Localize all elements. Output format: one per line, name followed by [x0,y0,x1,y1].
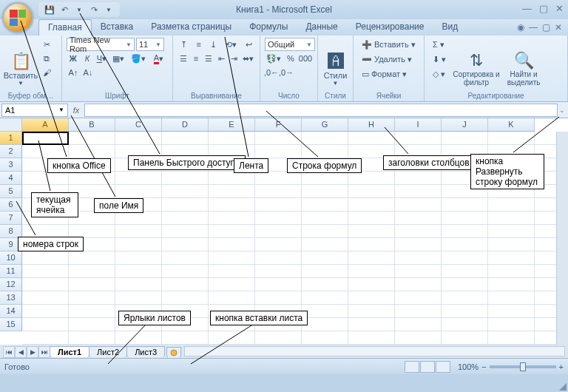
view-normal-button[interactable] [405,361,419,373]
format-cells-button[interactable]: ▭ Формат ▾ [358,67,419,81]
tab-insert[interactable]: Вставка [92,19,143,36]
sheet-tab-1[interactable]: Лист1 [50,346,89,357]
align-top-button[interactable]: ⤒ [178,38,191,51]
styles-button[interactable]: 🅰 Стили ▼ [322,38,348,100]
fill-color-button[interactable]: 🪣▾ [129,52,148,65]
vertical-scrollbar[interactable] [556,132,568,345]
grow-font-button[interactable]: A↑ [67,66,80,79]
cut-button[interactable]: ✂ [40,38,53,51]
tab-view[interactable]: Вид [433,19,467,36]
row-header-12[interactable]: 12 [0,278,22,291]
view-layout-button[interactable] [420,361,435,373]
save-button[interactable]: 💾 [43,4,56,16]
row-header-10[interactable]: 10 [0,251,22,265]
qat-customize[interactable]: ▼ [102,4,115,16]
formula-bar[interactable] [84,104,558,117]
view-pagebreak-button[interactable] [436,361,450,373]
clear-button[interactable]: ◇ ▾ [429,67,450,81]
indent-dec-button[interactable]: ⇤ [216,52,227,65]
name-box[interactable]: A1▼ [1,104,68,117]
zoom-slider[interactable] [490,365,556,368]
align-left-button[interactable]: ☰ [178,52,189,65]
row-header-5[interactable]: 5 [0,185,22,198]
indent-inc-button[interactable]: ⇥ [229,52,240,65]
column-header-H[interactable]: H [348,118,395,132]
row-header-6[interactable]: 6 [0,198,22,212]
column-header-G[interactable]: G [302,118,348,132]
paste-button[interactable]: 📋 Вставить ▼ [4,38,37,100]
wrap-text-button[interactable]: ↩ [242,38,255,51]
undo-dropdown[interactable]: ▼ [72,4,86,16]
tab-layout[interactable]: Разметка страницы [142,19,240,36]
row-header-13[interactable]: 13 [0,291,22,305]
office-button[interactable] [2,2,33,33]
insert-cells-button[interactable]: ➕ Вставить ▾ [358,38,419,51]
column-header-A[interactable]: A [22,118,69,132]
find-select-button[interactable]: 🔍 Найти и выделить [503,38,544,100]
help-icon[interactable]: ◉ [517,22,524,33]
active-cell[interactable] [22,132,69,145]
font-color-button[interactable]: A▾ [149,52,168,65]
row-header-14[interactable]: 14 [0,305,22,318]
comma-button[interactable]: 000 [299,52,312,65]
tab-data[interactable]: Данные [297,19,346,36]
insert-sheet-button[interactable] [166,347,181,358]
close-button[interactable]: ✕ [555,3,564,14]
undo-button[interactable]: ↶ [58,4,71,16]
minimize-button[interactable]: — [522,3,532,14]
sheet-tab-3[interactable]: Лист3 [126,346,165,357]
column-header-F[interactable]: F [255,118,302,132]
shrink-font-button[interactable]: A↓ [81,66,95,79]
align-center-button[interactable]: ≡ [190,52,201,65]
tab-review[interactable]: Рецензирование [347,19,433,36]
tab-formulas[interactable]: Формулы [240,19,297,36]
font-size-combo[interactable]: 11▼ [136,38,164,51]
row-header-2[interactable]: 2 [0,145,22,158]
column-header-B[interactable]: B [69,118,115,132]
merge-button[interactable]: ⬌▾ [241,52,255,65]
sheet-tab-2[interactable]: Лист2 [89,346,127,357]
column-header-J[interactable]: J [442,118,488,132]
zoom-level[interactable]: 100% [458,362,479,371]
tab-nav-prev[interactable]: ◀ [15,346,27,358]
font-name-combo[interactable]: Times New Rom▼ [67,38,135,51]
row-header-1[interactable]: 1 [0,132,22,145]
tab-nav-last[interactable]: ⏭ [38,346,50,358]
tab-nav-next[interactable]: ▶ [27,346,38,358]
dec-decimal-button[interactable]: ,0→ [280,66,293,79]
sort-filter-button[interactable]: ⇅ Сортировка и фильтр [453,38,500,100]
orientation-button[interactable]: ⟲▾ [221,38,240,51]
expand-formula-bar-button[interactable]: ⌄ [558,107,567,114]
row-header-4[interactable]: 4 [0,172,22,185]
zoom-out-button[interactable]: − [481,362,486,371]
format-painter-button[interactable]: 🖌 [40,66,53,79]
row-header-11[interactable]: 11 [0,265,22,278]
ribbon-minimize-button[interactable]: — [529,22,538,33]
select-all-button[interactable] [0,118,22,132]
maximize-button[interactable]: ▢ [539,3,548,14]
autosum-button[interactable]: Σ ▾ [429,38,450,51]
currency-button[interactable]: 💱▾ [265,52,283,65]
column-header-K[interactable]: K [488,118,535,132]
column-header-C[interactable]: C [115,118,162,132]
row-header-3[interactable]: 3 [0,158,22,172]
inc-decimal-button[interactable]: ,0← [265,66,278,79]
row-header-7[interactable]: 7 [0,212,22,225]
column-header-D[interactable]: D [162,118,209,132]
number-format-combo[interactable]: Общий▼ [265,38,315,51]
tab-home[interactable]: Главная [38,19,92,36]
resize-grip[interactable] [558,382,567,391]
align-right-button[interactable]: ☰ [203,52,214,65]
horizontal-scrollbar[interactable] [184,346,565,356]
redo-button[interactable]: ↷ [87,4,101,16]
bold-button[interactable]: Ж [67,52,79,65]
column-header-I[interactable]: I [395,118,442,132]
doc-close-button[interactable]: ✕ [555,22,562,33]
percent-button[interactable]: % [284,52,297,65]
fill-button[interactable]: ⬇ ▾ [429,53,450,66]
align-middle-button[interactable]: ≡ [192,38,206,51]
align-bottom-button[interactable]: ⤓ [207,38,220,51]
row-header-15[interactable]: 15 [0,318,22,331]
zoom-in-button[interactable]: + [559,362,564,371]
fx-button[interactable]: fx [68,106,84,115]
